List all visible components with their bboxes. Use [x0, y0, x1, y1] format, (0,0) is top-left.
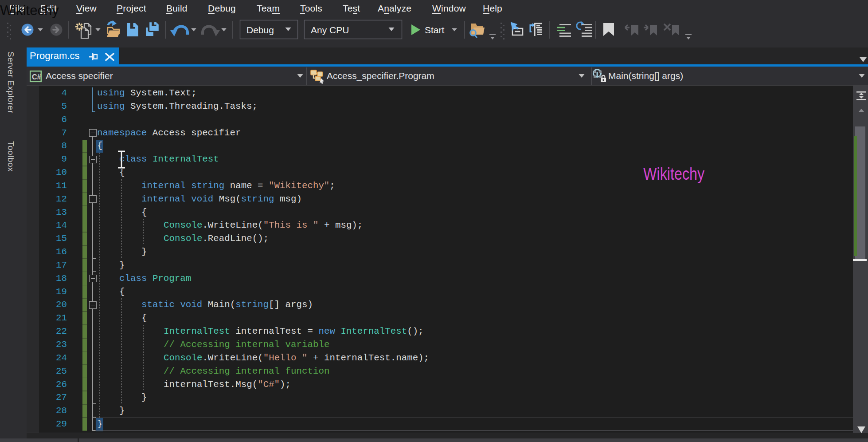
svg-text:Any CPU: Any CPU	[311, 25, 349, 35]
svg-text:Debug: Debug	[246, 25, 274, 35]
svg-text:C#: C#	[32, 73, 41, 81]
svg-text:Start: Start	[425, 25, 445, 35]
